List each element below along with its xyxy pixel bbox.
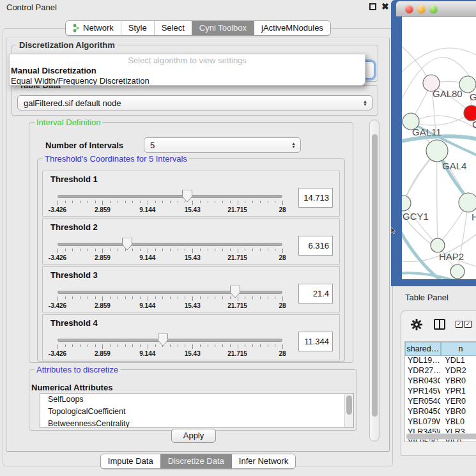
menu-item-manual-discretization[interactable]: Manual Discretization	[10, 65, 365, 75]
slider-tick	[245, 344, 245, 347]
slider-tick	[155, 201, 156, 203]
threshold-value-field[interactable]: 11.344	[298, 332, 333, 351]
checkbox-icon[interactable]: ✓	[464, 321, 472, 328]
network-node-ga[interactable]	[459, 76, 476, 93]
cell-shared-name: YBR043C	[405, 376, 440, 387]
slider-tick	[72, 201, 73, 203]
slider-tick	[230, 344, 231, 347]
mac-zoom-icon[interactable]	[429, 5, 438, 13]
network-node[interactable]	[450, 265, 464, 279]
network-edge[interactable]	[403, 203, 438, 245]
network-edge-thick[interactable]	[402, 273, 457, 279]
attribute-list-item[interactable]: SelfLoops	[40, 394, 353, 406]
slider-track[interactable]	[58, 243, 282, 246]
scrollbar-thumb[interactable]	[372, 134, 378, 417]
table-row[interactable]: YER054CYER0	[405, 397, 476, 407]
tab-style[interactable]: Style	[121, 21, 154, 35]
tab-impute-data[interactable]: Impute Data	[101, 454, 160, 468]
network-node-hap2[interactable]	[431, 238, 445, 252]
network-window-titlebar[interactable]	[396, 1, 476, 17]
network-edge-thick[interactable]	[402, 227, 441, 279]
network-edge[interactable]	[437, 151, 438, 245]
network-edge[interactable]	[402, 151, 437, 242]
table-row[interactable]: YBR043CYBR0	[405, 376, 476, 387]
threshold-value-field[interactable]: 21.4	[298, 284, 333, 303]
column-header-shared-name[interactable]: shared…	[405, 342, 441, 356]
slider-track[interactable]	[58, 291, 282, 294]
table-data-combobox[interactable]: galFiltered.sif default node ▲▼	[17, 95, 372, 111]
scrollbar-thumb[interactable]	[346, 395, 352, 415]
menu-item-equal-width-frequency[interactable]: Equal Width/Frequency Discretization	[10, 75, 365, 86]
network-edge[interactable]	[412, 113, 472, 125]
slider-tick	[95, 249, 96, 251]
slider-thumb[interactable]	[230, 286, 241, 298]
slider-tick	[282, 249, 283, 253]
network-node-gal4[interactable]	[426, 140, 448, 162]
threshold-1-panel: Threshold 1-3.4262.8599.14415.4321.71528…	[42, 171, 340, 217]
split-columns-icon[interactable]	[434, 319, 445, 330]
slider-tick	[222, 201, 223, 203]
number-of-intervals-combobox[interactable]: 5 ▲▼	[144, 137, 301, 153]
slider-thumb[interactable]	[182, 190, 193, 203]
network-node-h[interactable]	[459, 193, 476, 212]
threshold-value-field[interactable]: 6.316	[298, 236, 333, 256]
cell-name: YBR0	[440, 376, 476, 387]
gear-icon[interactable]	[411, 319, 422, 330]
mac-close-icon[interactable]	[405, 5, 413, 13]
tab-discretize-data[interactable]: Discretize Data	[160, 454, 231, 468]
network-edge[interactable]	[402, 48, 476, 77]
mac-minimize-icon[interactable]	[417, 5, 426, 13]
node-attribute-table[interactable]: shared… n YDL19…YDL1YDR27…YDR2YBR043CYBR…	[404, 341, 476, 442]
slider-thumb[interactable]	[122, 238, 133, 250]
slider-tick	[148, 249, 148, 253]
checkbox-icon[interactable]: ✓	[456, 321, 463, 328]
settings-vertical-scrollbar[interactable]	[369, 119, 380, 441]
tab-select[interactable]: Select	[154, 21, 192, 35]
tab-infer-network[interactable]: Infer Network	[231, 454, 295, 468]
slider-tick	[155, 249, 156, 251]
close-icon[interactable]: ✖	[381, 1, 389, 12]
attributes-list-scrollbar[interactable]	[344, 394, 353, 428]
top-tab-bar: NetworkStyleSelectCyni ToolboxjActiveMNo…	[0, 20, 396, 36]
attribute-list-item[interactable]: TopologicalCoefficient	[40, 406, 353, 418]
slider-tick-label: 9.144	[139, 254, 155, 261]
slider-track[interactable]	[58, 195, 282, 198]
table-panel-title: Table Panel	[405, 293, 449, 302]
threshold-value-field[interactable]: 14.713	[298, 188, 333, 208]
slider-tick	[238, 201, 238, 205]
network-node-gcy1[interactable]	[402, 196, 411, 211]
column-header-name[interactable]: n	[441, 342, 476, 356]
slider-thumb[interactable]	[158, 334, 169, 346]
slider-tick	[208, 344, 208, 347]
algorithm-hint: Select algorithm to view settings	[10, 54, 365, 65]
numerical-attributes-list[interactable]: SelfLoopsTopologicalCoefficientBetweenne…	[40, 393, 354, 428]
tab-jactivemnodules[interactable]: jActiveMNodules	[254, 21, 330, 35]
slider-track[interactable]	[58, 339, 282, 342]
slider-tick	[200, 201, 201, 203]
table-row[interactable]: YBR045CYBR0	[405, 407, 476, 417]
attribute-list-item[interactable]: BetweennessCentrality	[40, 418, 353, 428]
slider-tick-label: 21.715	[227, 302, 247, 309]
float-window-icon[interactable]	[369, 3, 376, 10]
tab-cyni-toolbox[interactable]: Cyni Toolbox	[192, 21, 254, 35]
table-row[interactable]: YPR145WYPR1	[405, 387, 476, 397]
network-canvas[interactable]: GAL80GACGAL11GAL4GCY1HHAP2	[402, 17, 476, 279]
slider-tick	[155, 344, 156, 347]
slider-tick	[200, 344, 201, 347]
slider-tick	[275, 296, 275, 299]
table-horizontal-scrollbar[interactable]	[406, 433, 476, 440]
apply-button[interactable]: Apply	[171, 429, 216, 443]
cell-shared-name: YDL19…	[405, 356, 440, 366]
network-icon	[73, 24, 80, 33]
slider-tick	[65, 296, 66, 299]
table-row[interactable]: YDL19…YDL1	[405, 356, 476, 366]
slider-tick-label: 9.144	[139, 302, 155, 309]
scrollbar-thumb[interactable]	[406, 434, 476, 439]
tab-label: Select	[162, 23, 185, 33]
slider-tick	[200, 249, 201, 251]
slider-tick	[58, 344, 58, 349]
table-row[interactable]: YBL079WYBL0	[405, 417, 476, 427]
slider-tick	[238, 344, 238, 349]
table-row[interactable]: YDR27…YDR2	[405, 366, 476, 376]
tab-network[interactable]: Network	[66, 21, 121, 35]
